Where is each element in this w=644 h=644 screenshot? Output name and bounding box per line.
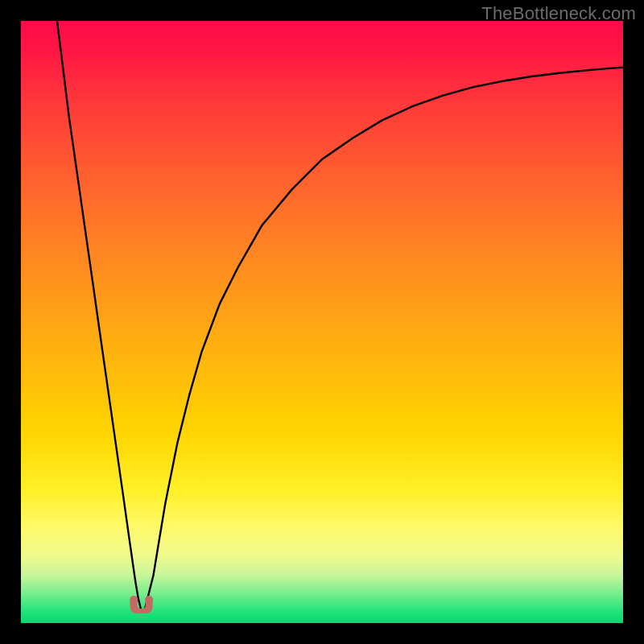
plot-area — [21, 21, 623, 623]
svg-point-1 — [145, 596, 153, 604]
chart-frame: TheBottleneck.com — [0, 0, 644, 644]
bottleneck-curve-svg — [21, 21, 623, 623]
bottleneck-curve — [57, 21, 623, 611]
svg-point-0 — [130, 596, 138, 604]
min-thumb-icon — [130, 596, 153, 613]
